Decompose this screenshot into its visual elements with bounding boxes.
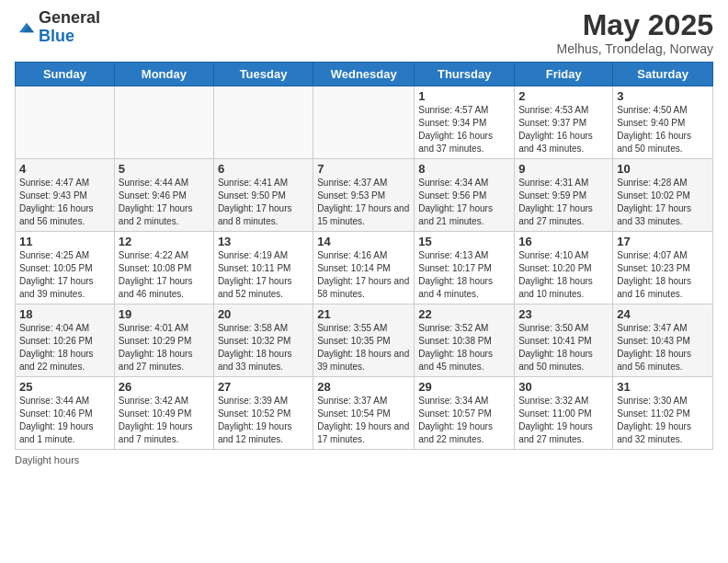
calendar-cell: 22Sunrise: 3:52 AM Sunset: 10:38 PM Dayl… (415, 304, 515, 377)
day-number: 22 (418, 307, 510, 321)
day-info: Sunrise: 3:42 AM Sunset: 10:49 PM Daylig… (119, 395, 210, 446)
day-number: 15 (418, 235, 510, 248)
day-number: 26 (119, 380, 210, 394)
calendar-cell: 13Sunrise: 4:19 AM Sunset: 10:11 PM Dayl… (213, 232, 313, 304)
calendar-cell: 4Sunrise: 4:47 AM Sunset: 9:43 PM Daylig… (16, 159, 115, 232)
calendar-cell: 29Sunrise: 3:34 AM Sunset: 10:57 PM Dayl… (415, 377, 515, 450)
day-number: 23 (518, 307, 609, 321)
calendar-cell: 18Sunrise: 4:04 AM Sunset: 10:26 PM Dayl… (16, 304, 115, 377)
calendar-week-row-4: 25Sunrise: 3:44 AM Sunset: 10:46 PM Dayl… (16, 377, 713, 450)
logo-text: General Blue (39, 9, 100, 46)
day-number: 25 (19, 380, 110, 394)
col-friday: Friday (515, 63, 613, 86)
day-info: Sunrise: 3:34 AM Sunset: 10:57 PM Daylig… (418, 395, 510, 446)
col-saturday: Saturday (613, 63, 713, 86)
logo-blue: Blue (39, 28, 100, 46)
calendar-cell: 20Sunrise: 3:58 AM Sunset: 10:32 PM Dayl… (213, 304, 313, 377)
calendar-cell: 1Sunrise: 4:57 AM Sunset: 9:34 PM Daylig… (415, 86, 515, 159)
day-info: Sunrise: 4:28 AM Sunset: 10:02 PM Daylig… (617, 177, 709, 228)
calendar-header-row: Sunday Monday Tuesday Wednesday Thursday… (16, 63, 713, 86)
day-number: 5 (119, 162, 210, 176)
logo-icon (17, 17, 37, 38)
day-number: 13 (218, 235, 309, 248)
day-info: Sunrise: 3:58 AM Sunset: 10:32 PM Daylig… (218, 322, 309, 373)
day-number: 28 (317, 380, 410, 394)
day-number: 3 (617, 89, 709, 103)
calendar-cell: 5Sunrise: 4:44 AM Sunset: 9:46 PM Daylig… (114, 159, 213, 232)
day-info: Sunrise: 4:41 AM Sunset: 9:50 PM Dayligh… (218, 177, 309, 228)
calendar-cell (114, 86, 213, 159)
day-number: 16 (518, 235, 609, 248)
day-info: Sunrise: 4:47 AM Sunset: 9:43 PM Dayligh… (19, 177, 110, 228)
day-info: Sunrise: 4:37 AM Sunset: 9:53 PM Dayligh… (317, 177, 410, 228)
day-number: 12 (119, 235, 210, 248)
day-info: Sunrise: 4:10 AM Sunset: 10:20 PM Daylig… (518, 249, 609, 301)
day-number: 8 (418, 162, 510, 176)
logo-general: General (39, 9, 100, 28)
calendar-cell: 2Sunrise: 4:53 AM Sunset: 9:37 PM Daylig… (515, 86, 613, 159)
calendar-cell: 21Sunrise: 3:55 AM Sunset: 10:35 PM Dayl… (313, 304, 415, 377)
calendar-cell: 8Sunrise: 4:34 AM Sunset: 9:56 PM Daylig… (415, 159, 515, 232)
location-subtitle: Melhus, Trondelag, Norway (557, 41, 713, 56)
day-number: 29 (418, 380, 510, 394)
month-title: May 2025 (557, 9, 713, 41)
calendar-week-row-3: 18Sunrise: 4:04 AM Sunset: 10:26 PM Dayl… (16, 304, 713, 377)
day-number: 30 (518, 380, 609, 394)
calendar-cell: 27Sunrise: 3:39 AM Sunset: 10:52 PM Dayl… (213, 377, 313, 450)
col-thursday: Thursday (415, 63, 515, 86)
calendar-cell: 10Sunrise: 4:28 AM Sunset: 10:02 PM Dayl… (613, 159, 713, 232)
calendar-cell: 19Sunrise: 4:01 AM Sunset: 10:29 PM Dayl… (114, 304, 213, 377)
day-info: Sunrise: 4:01 AM Sunset: 10:29 PM Daylig… (119, 322, 210, 373)
calendar-cell (16, 86, 115, 159)
day-number: 18 (19, 307, 110, 321)
header: General Blue May 2025 Melhus, Trondelag,… (15, 9, 713, 56)
calendar-cell: 16Sunrise: 4:10 AM Sunset: 10:20 PM Dayl… (515, 232, 613, 304)
calendar-cell (313, 86, 415, 159)
day-number: 4 (19, 162, 110, 176)
day-info: Sunrise: 4:16 AM Sunset: 10:14 PM Daylig… (317, 249, 410, 301)
day-number: 31 (617, 380, 709, 394)
calendar-cell: 3Sunrise: 4:50 AM Sunset: 9:40 PM Daylig… (613, 86, 713, 159)
calendar-week-row-0: 1Sunrise: 4:57 AM Sunset: 9:34 PM Daylig… (16, 86, 713, 159)
title-area: May 2025 Melhus, Trondelag, Norway (557, 9, 713, 56)
calendar-cell: 25Sunrise: 3:44 AM Sunset: 10:46 PM Dayl… (16, 377, 115, 450)
day-number: 9 (518, 162, 609, 176)
day-info: Sunrise: 3:30 AM Sunset: 11:02 PM Daylig… (617, 395, 709, 446)
day-number: 1 (418, 89, 510, 103)
calendar-cell: 12Sunrise: 4:22 AM Sunset: 10:08 PM Dayl… (114, 232, 213, 304)
day-number: 21 (317, 307, 410, 321)
day-info: Sunrise: 3:32 AM Sunset: 11:00 PM Daylig… (518, 395, 609, 446)
calendar-cell: 28Sunrise: 3:37 AM Sunset: 10:54 PM Dayl… (313, 377, 415, 450)
calendar-week-row-2: 11Sunrise: 4:25 AM Sunset: 10:05 PM Dayl… (16, 232, 713, 304)
calendar-cell: 15Sunrise: 4:13 AM Sunset: 10:17 PM Dayl… (415, 232, 515, 304)
day-number: 24 (617, 307, 709, 321)
calendar-cell: 17Sunrise: 4:07 AM Sunset: 10:23 PM Dayl… (613, 232, 713, 304)
day-info: Sunrise: 3:55 AM Sunset: 10:35 PM Daylig… (317, 322, 410, 373)
daylight-label: Daylight hours (15, 454, 79, 465)
day-info: Sunrise: 4:31 AM Sunset: 9:59 PM Dayligh… (518, 177, 609, 228)
day-info: Sunrise: 4:25 AM Sunset: 10:05 PM Daylig… (19, 249, 110, 301)
day-info: Sunrise: 4:19 AM Sunset: 10:11 PM Daylig… (218, 249, 309, 301)
day-info: Sunrise: 4:50 AM Sunset: 9:40 PM Dayligh… (617, 104, 709, 155)
calendar-cell: 11Sunrise: 4:25 AM Sunset: 10:05 PM Dayl… (16, 232, 115, 304)
day-info: Sunrise: 4:34 AM Sunset: 9:56 PM Dayligh… (418, 177, 510, 228)
day-number: 10 (617, 162, 709, 176)
day-number: 11 (19, 235, 110, 248)
day-number: 2 (518, 89, 609, 103)
col-tuesday: Tuesday (213, 63, 313, 86)
footer: Daylight hours (15, 454, 713, 465)
day-info: Sunrise: 4:44 AM Sunset: 9:46 PM Dayligh… (119, 177, 210, 228)
calendar-cell: 30Sunrise: 3:32 AM Sunset: 11:00 PM Dayl… (515, 377, 613, 450)
calendar-cell: 14Sunrise: 4:16 AM Sunset: 10:14 PM Dayl… (313, 232, 415, 304)
day-info: Sunrise: 4:07 AM Sunset: 10:23 PM Daylig… (617, 249, 709, 301)
day-info: Sunrise: 3:37 AM Sunset: 10:54 PM Daylig… (317, 395, 410, 446)
col-sunday: Sunday (16, 63, 115, 86)
day-info: Sunrise: 4:22 AM Sunset: 10:08 PM Daylig… (119, 249, 210, 301)
day-info: Sunrise: 4:13 AM Sunset: 10:17 PM Daylig… (418, 249, 510, 301)
day-info: Sunrise: 3:52 AM Sunset: 10:38 PM Daylig… (418, 322, 510, 373)
day-number: 6 (218, 162, 309, 176)
calendar-week-row-1: 4Sunrise: 4:47 AM Sunset: 9:43 PM Daylig… (16, 159, 713, 232)
calendar-cell (213, 86, 313, 159)
calendar-cell: 7Sunrise: 4:37 AM Sunset: 9:53 PM Daylig… (313, 159, 415, 232)
day-number: 14 (317, 235, 410, 248)
